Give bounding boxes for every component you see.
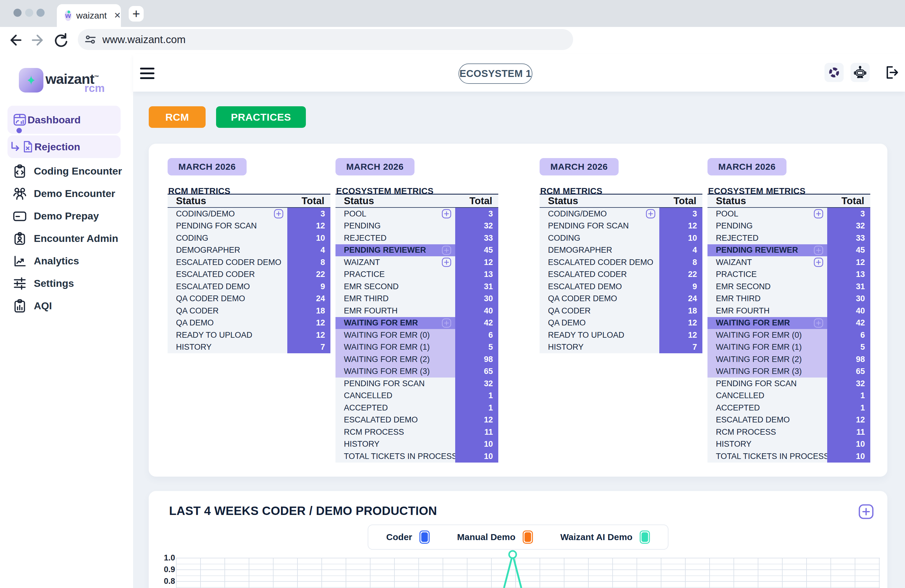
table-row[interactable]: WAITING FOR EMR (2)98 bbox=[335, 353, 498, 366]
sidebar-item-dashboard[interactable]: Dashboard bbox=[8, 106, 121, 134]
new-tab-button[interactable]: + bbox=[129, 6, 144, 22]
table-row[interactable]: WAITING FOR EMR42 bbox=[708, 317, 870, 329]
table-row[interactable]: EMR FOURTH40 bbox=[708, 305, 870, 317]
table-row[interactable]: WAITING FOR EMR (1)5 bbox=[335, 341, 498, 354]
table-row[interactable]: QA DEMO12 bbox=[540, 317, 702, 329]
logout-icon[interactable] bbox=[883, 64, 900, 81]
table-row[interactable]: HISTORY7 bbox=[168, 341, 330, 354]
sidebar-item-settings[interactable]: Settings bbox=[0, 272, 133, 295]
table-row[interactable]: WAITING FOR EMR (3)65 bbox=[708, 366, 870, 378]
table-row[interactable]: ESCALATED CODER DEMO8 bbox=[168, 256, 330, 269]
table-row[interactable]: HISTORY7 bbox=[540, 341, 702, 354]
site-settings-icon[interactable] bbox=[84, 33, 96, 46]
table-row[interactable]: QA CODER18 bbox=[540, 305, 702, 317]
table-row[interactable]: EMR SECOND31 bbox=[335, 281, 498, 293]
sidebar-item-analytics[interactable]: Analytics bbox=[0, 250, 133, 272]
table-row[interactable]: CODING10 bbox=[540, 232, 702, 244]
reload-icon[interactable] bbox=[53, 32, 68, 48]
table-row[interactable]: TOTAL TICKETS IN PROCESS10 bbox=[335, 450, 498, 462]
table-row[interactable]: HISTORY10 bbox=[335, 438, 498, 451]
legend-item[interactable]: Coder bbox=[373, 531, 443, 544]
window-control-dot[interactable] bbox=[13, 9, 22, 17]
table-row[interactable]: EMR FOURTH40 bbox=[335, 305, 498, 317]
help-lifebuoy-icon[interactable] bbox=[824, 63, 844, 82]
table-row[interactable]: POOL3 bbox=[335, 208, 498, 220]
table-row[interactable]: PENDING REVIEWER45 bbox=[335, 244, 498, 257]
table-row[interactable]: DEMOGRAPHER4 bbox=[168, 244, 330, 257]
table-row[interactable]: PENDING FOR SCAN12 bbox=[168, 220, 330, 232]
back-icon[interactable] bbox=[8, 32, 23, 48]
table-row[interactable]: EMR THIRD30 bbox=[708, 293, 870, 305]
table-row[interactable]: RCM PROCESS11 bbox=[708, 426, 870, 438]
table-row[interactable]: ACCEPTED1 bbox=[708, 402, 870, 414]
table-row[interactable]: PENDING32 bbox=[335, 220, 498, 232]
table-row[interactable]: EMR SECOND31 bbox=[708, 281, 870, 293]
table-row[interactable]: ESCALATED CODER DEMO8 bbox=[540, 256, 702, 269]
rcm-button[interactable]: RCM bbox=[149, 106, 206, 128]
expand-plus-icon[interactable] bbox=[441, 245, 452, 255]
ecosystem-selector[interactable]: ECOSYSTEM 1 bbox=[459, 64, 532, 84]
table-row[interactable]: CANCELLED1 bbox=[708, 390, 870, 402]
legend-item[interactable]: Manual Demo bbox=[443, 531, 546, 544]
table-row[interactable]: CANCELLED1 bbox=[335, 390, 498, 402]
table-row[interactable]: ESCALATED DEMO12 bbox=[335, 414, 498, 426]
table-row[interactable]: READY TO UPLOAD12 bbox=[540, 329, 702, 341]
table-row[interactable]: WAIZANT12 bbox=[335, 256, 498, 269]
table-row[interactable]: REJECTED33 bbox=[708, 232, 870, 244]
table-row[interactable]: WAITING FOR EMR (0)6 bbox=[335, 329, 498, 341]
table-row[interactable]: PENDING REVIEWER45 bbox=[708, 244, 870, 257]
expand-plus-icon[interactable] bbox=[441, 318, 452, 328]
table-row[interactable]: QA DEMO12 bbox=[168, 317, 330, 329]
legend-item[interactable]: Waizant AI Demo bbox=[546, 531, 664, 544]
browser-tab[interactable]: w waizant ✕ bbox=[57, 4, 121, 27]
robot-icon[interactable] bbox=[851, 63, 870, 82]
table-row[interactable]: WAITING FOR EMR (1)5 bbox=[708, 341, 870, 354]
table-row[interactable]: QA CODER DEMO24 bbox=[168, 293, 330, 305]
sidebar-item-encounter-admin[interactable]: Encounter Admin bbox=[0, 227, 133, 250]
table-row[interactable]: DEMOGRAPHER4 bbox=[540, 244, 702, 257]
table-row[interactable]: QA CODER18 bbox=[168, 305, 330, 317]
table-row[interactable]: EMR THIRD30 bbox=[335, 293, 498, 305]
expand-plus-icon[interactable] bbox=[813, 318, 824, 328]
sidebar-item-rejection[interactable]: Rejection bbox=[8, 135, 121, 158]
table-row[interactable]: ESCALATED DEMO9 bbox=[540, 281, 702, 293]
table-row[interactable]: PRACTICE13 bbox=[335, 269, 498, 281]
table-row[interactable]: PENDING32 bbox=[708, 220, 870, 232]
table-row[interactable]: PRACTICE13 bbox=[708, 269, 870, 281]
table-row[interactable]: WAIZANT12 bbox=[708, 256, 870, 269]
table-row[interactable]: POOL3 bbox=[708, 208, 870, 220]
table-row[interactable]: ESCALATED CODER22 bbox=[168, 269, 330, 281]
table-row[interactable]: READY TO UPLOAD12 bbox=[168, 329, 330, 341]
table-row[interactable]: QA CODER DEMO24 bbox=[540, 293, 702, 305]
expand-plus-icon[interactable] bbox=[441, 257, 452, 267]
table-row[interactable]: WAITING FOR EMR (2)98 bbox=[708, 353, 870, 366]
table-row[interactable]: TOTAL TICKETS IN PROCESS10 bbox=[708, 450, 870, 462]
table-row[interactable]: RCM PROCESS11 bbox=[335, 426, 498, 438]
sidebar-item-demo-prepay[interactable]: Demo Prepay bbox=[0, 205, 133, 227]
expand-plus-icon[interactable] bbox=[813, 245, 824, 255]
url-bar[interactable]: www.waizant.com bbox=[78, 29, 573, 50]
table-row[interactable]: PENDING FOR SCAN32 bbox=[708, 378, 870, 390]
table-row[interactable]: WAITING FOR EMR42 bbox=[335, 317, 498, 329]
expand-plus-icon[interactable] bbox=[813, 209, 824, 219]
table-row[interactable]: ESCALATED CODER22 bbox=[540, 269, 702, 281]
expand-plus-icon[interactable] bbox=[813, 257, 824, 267]
sidebar-item-demo-encounter[interactable]: Demo Encounter bbox=[0, 182, 133, 205]
forward-icon[interactable] bbox=[30, 32, 46, 48]
table-row[interactable]: ESCALATED DEMO12 bbox=[708, 414, 870, 426]
expand-plus-icon[interactable] bbox=[273, 209, 284, 219]
table-row[interactable]: ESCALATED DEMO9 bbox=[168, 281, 330, 293]
window-control-dot[interactable] bbox=[25, 9, 33, 17]
sidebar-item-aqi[interactable]: AQI bbox=[0, 295, 133, 317]
expand-plus-icon[interactable] bbox=[441, 209, 452, 219]
hamburger-menu-icon[interactable] bbox=[140, 68, 154, 79]
table-row[interactable]: ACCEPTED1 bbox=[335, 402, 498, 414]
tab-close-icon[interactable]: ✕ bbox=[114, 11, 121, 20]
table-row[interactable]: WAITING FOR EMR (3)65 bbox=[335, 366, 498, 378]
table-row[interactable]: PENDING FOR SCAN32 bbox=[335, 378, 498, 390]
table-row[interactable]: CODING/DEMO3 bbox=[540, 208, 702, 220]
url-text[interactable]: www.waizant.com bbox=[102, 33, 186, 46]
table-row[interactable]: CODING10 bbox=[168, 232, 330, 244]
practices-button[interactable]: PRACTICES bbox=[216, 106, 306, 128]
table-row[interactable]: PENDING FOR SCAN12 bbox=[540, 220, 702, 232]
